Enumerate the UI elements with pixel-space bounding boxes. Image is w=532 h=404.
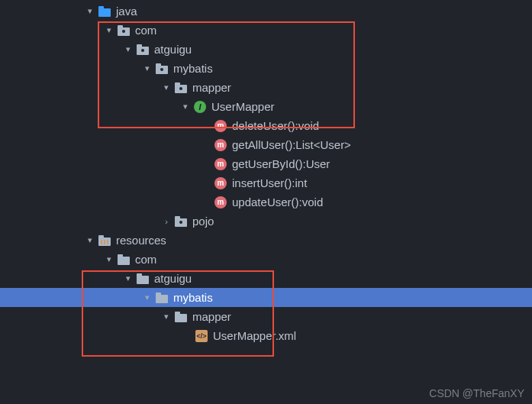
folder-resources-icon (98, 234, 111, 247)
folder-source-icon (98, 5, 111, 18)
svg-rect-27 (156, 292, 161, 296)
node-label: mybatis (173, 291, 213, 304)
folder-package-icon (155, 62, 169, 76)
node-label: insertUser():int (232, 176, 307, 189)
tree-node-mapper[interactable]: ▾ mapper (0, 78, 532, 97)
svg-rect-12 (175, 82, 180, 86)
tree-node-res-mybatis[interactable]: ▾ mybatis (0, 288, 532, 307)
tree-node-usermapper[interactable]: ▾ I UserMapper (0, 97, 532, 116)
project-tree[interactable]: ▾ java ▾ com ▾ atguigu ▾ mybatis ▾ (0, 0, 532, 345)
node-label: atguigu (154, 43, 192, 56)
svg-point-7 (141, 49, 144, 52)
tree-node-mybatis[interactable]: ▾ mybatis (0, 59, 532, 78)
method-icon: m (214, 157, 227, 171)
node-label: mapper (192, 81, 231, 94)
node-label: mybatis (173, 62, 213, 75)
watermark: CSDN @TheFanXY (429, 387, 524, 399)
tree-node-method[interactable]: m getAllUser():List<User> (0, 135, 532, 154)
svg-rect-6 (137, 44, 142, 48)
chevron-down-icon[interactable]: ▾ (141, 292, 153, 302)
chevron-down-icon[interactable]: ▾ (179, 102, 192, 112)
method-icon: m (214, 196, 227, 209)
interface-icon: I (193, 100, 207, 114)
svg-rect-9 (156, 63, 161, 67)
chevron-down-icon[interactable]: ▾ (160, 82, 172, 92)
node-label: com (135, 24, 156, 37)
folder-package-icon (174, 81, 188, 95)
svg-rect-21 (107, 240, 108, 244)
folder-package-icon (174, 215, 188, 228)
svg-rect-15 (175, 216, 180, 220)
svg-point-13 (179, 87, 182, 90)
tree-node-com[interactable]: ▾ com (0, 21, 532, 40)
chevron-down-icon[interactable]: ▾ (84, 235, 96, 245)
tree-node-resources[interactable]: ▾ resources (0, 231, 532, 250)
chevron-down-icon[interactable]: ▾ (160, 312, 172, 322)
node-label: UserMapper.xml (213, 329, 296, 342)
node-label: pojo (192, 215, 214, 228)
node-label: getUserById():User (232, 157, 330, 170)
node-label: resources (116, 234, 166, 247)
tree-node-res-atguigu[interactable]: ▾ atguigu (0, 269, 532, 288)
tree-node-res-mapper[interactable]: ▾ mapper (0, 307, 532, 326)
chevron-down-icon[interactable]: ▾ (122, 44, 134, 54)
tree-node-res-com[interactable]: ▾ com (0, 250, 532, 269)
tree-node-method[interactable]: m getUserById():User (0, 154, 532, 173)
node-label: getAllUser():List<User> (232, 138, 351, 151)
node-label: com (135, 253, 156, 266)
svg-rect-29 (175, 312, 180, 315)
svg-rect-1 (98, 6, 104, 10)
node-label: deleteUser():void (232, 119, 319, 132)
chevron-down-icon[interactable]: ▾ (84, 6, 96, 16)
node-label: java (116, 5, 137, 18)
chevron-down-icon[interactable]: ▾ (141, 63, 153, 73)
xml-file-icon: </> (195, 329, 208, 343)
svg-point-4 (122, 30, 125, 33)
node-label: UserMapper (211, 100, 275, 113)
folder-icon (117, 253, 131, 267)
tree-node-usermapper-xml[interactable]: </> UserMapper.xml (0, 326, 532, 345)
method-icon: m (214, 119, 227, 133)
node-label: mapper (192, 310, 231, 323)
svg-point-10 (160, 68, 163, 71)
chevron-down-icon[interactable]: ▾ (103, 25, 115, 35)
svg-rect-3 (118, 25, 123, 29)
svg-rect-19 (101, 240, 102, 244)
folder-icon (155, 291, 169, 305)
node-label: updateUser():void (232, 196, 323, 208)
svg-point-16 (179, 221, 182, 224)
tree-node-pojo[interactable]: › pojo (0, 212, 532, 231)
node-label: atguigu (154, 272, 192, 285)
chevron-right-icon[interactable]: › (160, 217, 172, 226)
svg-rect-18 (98, 235, 104, 239)
folder-icon (174, 310, 188, 324)
tree-node-atguigu[interactable]: ▾ atguigu (0, 40, 532, 59)
method-icon: m (214, 138, 227, 152)
chevron-down-icon[interactable]: ▾ (122, 273, 134, 283)
tree-node-method[interactable]: m updateUser():void (0, 192, 532, 212)
folder-package-icon (117, 24, 131, 37)
chevron-down-icon[interactable]: ▾ (103, 254, 115, 264)
svg-rect-20 (104, 240, 105, 244)
svg-rect-25 (137, 273, 142, 277)
tree-node-java[interactable]: ▾ java (0, 2, 532, 21)
tree-node-method[interactable]: m deleteUser():void (0, 116, 532, 135)
svg-rect-23 (118, 254, 123, 258)
folder-icon (136, 272, 150, 286)
tree-node-method[interactable]: m insertUser():int (0, 173, 532, 192)
method-icon: m (214, 176, 227, 190)
folder-package-icon (136, 43, 150, 57)
